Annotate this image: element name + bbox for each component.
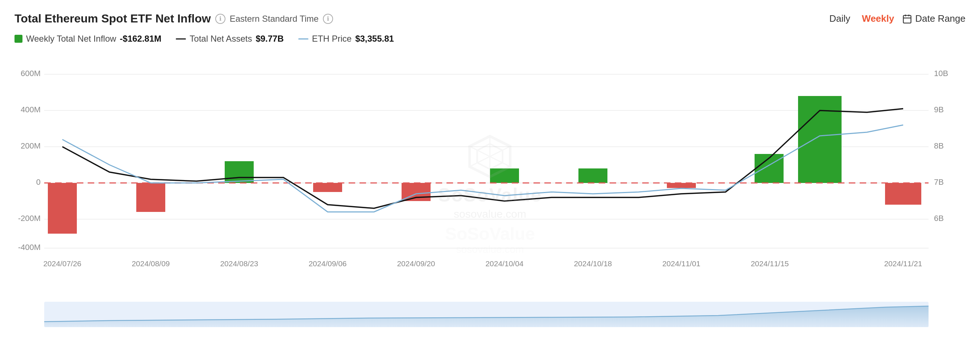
bar-11-red bbox=[885, 183, 921, 204]
main-chart-svg: 600M 400M 200M 0 -200M -400M 10B 9B 8B 7… bbox=[14, 52, 966, 299]
svg-text:-400M: -400M bbox=[18, 243, 41, 252]
bar-7-green bbox=[578, 168, 608, 183]
legend-net-inflow: Weekly Total Net Inflow -$162.81M bbox=[14, 34, 161, 44]
bar-1-red bbox=[48, 183, 77, 234]
legend-swatch-black bbox=[176, 38, 186, 40]
svg-text:0: 0 bbox=[36, 178, 41, 187]
svg-text:2024/08/23: 2024/08/23 bbox=[220, 259, 258, 268]
svg-text:9B: 9B bbox=[934, 105, 944, 114]
svg-text:2024/09/06: 2024/09/06 bbox=[309, 259, 347, 268]
bar-10-green bbox=[798, 96, 842, 183]
svg-text:2024/09/20: 2024/09/20 bbox=[397, 259, 435, 268]
svg-rect-0 bbox=[904, 15, 911, 23]
daily-button[interactable]: Daily bbox=[826, 11, 854, 27]
svg-text:2024/10/04: 2024/10/04 bbox=[485, 259, 523, 268]
svg-text:2024/10/18: 2024/10/18 bbox=[574, 259, 612, 268]
calendar-icon bbox=[902, 14, 912, 24]
title-info-icon[interactable]: ℹ bbox=[215, 14, 226, 24]
legend-eth-price: ETH Price $3,355.81 bbox=[298, 34, 394, 44]
weekly-button[interactable]: Weekly bbox=[858, 11, 898, 27]
svg-text:2024/11/01: 2024/11/01 bbox=[662, 259, 700, 268]
svg-text:2024/11/21: 2024/11/21 bbox=[884, 259, 922, 268]
svg-text:10B: 10B bbox=[934, 69, 948, 78]
svg-text:7B: 7B bbox=[934, 178, 944, 187]
date-range-button[interactable]: Date Range bbox=[902, 13, 966, 24]
svg-text:600M: 600M bbox=[21, 69, 41, 78]
page-title: Total Ethereum Spot ETF Net Inflow bbox=[14, 12, 211, 25]
svg-text:8B: 8B bbox=[934, 141, 944, 151]
legend-row: Weekly Total Net Inflow -$162.81M Total … bbox=[14, 34, 966, 44]
mini-chart-svg bbox=[14, 302, 966, 327]
legend-total-assets: Total Net Assets $9.77B bbox=[176, 34, 283, 44]
chart-area: SoSoValue sosovalue.com 600M 400M 200M 0… bbox=[14, 52, 966, 299]
svg-text:200M: 200M bbox=[21, 141, 41, 151]
svg-text:2024/11/15: 2024/11/15 bbox=[751, 259, 789, 268]
mini-chart-area bbox=[14, 302, 966, 327]
legend-swatch-green bbox=[14, 35, 22, 43]
bar-2-red bbox=[136, 183, 165, 212]
chart-container: Total Ethereum Spot ETF Net Inflow ℹ Eas… bbox=[0, 0, 980, 355]
bar-8-red bbox=[667, 183, 696, 188]
bar-6-green bbox=[490, 168, 519, 183]
svg-text:400M: 400M bbox=[21, 105, 41, 114]
timezone-label: Eastern Standard Time bbox=[230, 14, 318, 24]
header-row: Total Ethereum Spot ETF Net Inflow ℹ Eas… bbox=[14, 11, 966, 27]
svg-text:6B: 6B bbox=[934, 214, 944, 223]
timezone-info-icon[interactable]: ℹ bbox=[323, 14, 333, 24]
svg-text:2024/08/09: 2024/08/09 bbox=[132, 259, 170, 268]
bar-4-red bbox=[313, 183, 342, 192]
svg-text:2024/07/26: 2024/07/26 bbox=[43, 259, 81, 268]
legend-swatch-blue bbox=[298, 38, 309, 40]
svg-text:-200M: -200M bbox=[18, 214, 41, 223]
bar-3-green bbox=[225, 161, 254, 183]
